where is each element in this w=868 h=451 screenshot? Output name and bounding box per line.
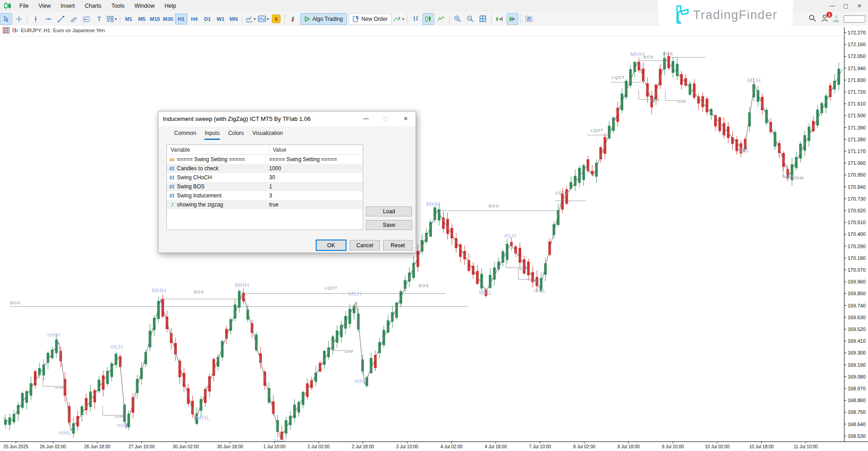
user-account-icon[interactable]: 1 [821, 14, 829, 24]
shapes-dropdown-icon[interactable]: ▾ [115, 17, 117, 21]
tile-windows-button[interactable] [477, 13, 489, 25]
price-axis[interactable]: 172.270172.160172.050171.940171.830171.7… [844, 26, 868, 451]
shapes-tool-button[interactable]: ▾ [106, 13, 118, 25]
param-row[interactable]: ⤴showing the zigzagtrue [167, 200, 363, 209]
menu-item-insert[interactable]: Insert [56, 1, 80, 11]
menu-item-help[interactable]: Help [160, 1, 181, 11]
toolbar-separator [27, 14, 28, 24]
ok-button[interactable]: OK [316, 240, 346, 250]
menu-item-tools[interactable]: Tools [106, 1, 129, 11]
indicator-window-dropdown-icon[interactable]: ▾ [267, 17, 269, 21]
new-order-button[interactable]: New Order [349, 13, 392, 25]
dialog-tab-inputs[interactable]: Inputs [204, 129, 220, 140]
zoom-in-button[interactable] [452, 13, 464, 25]
svg-text:1 Jul 10:00: 1 Jul 10:00 [263, 444, 285, 449]
svg-text:7 Jul 10:00: 7 Jul 10:00 [529, 444, 551, 449]
timeframe-button-m5[interactable]: M5 [136, 14, 148, 24]
chart-window-icon [12, 27, 19, 34]
dialog-tab-visualization[interactable]: Visualization [252, 129, 283, 140]
save-button[interactable]: Save [366, 220, 412, 230]
dollar-symbols-button[interactable]: $ [270, 13, 282, 25]
param-value[interactable]: 1000 [265, 164, 363, 173]
timeframe-button-w1[interactable]: W1 [214, 14, 227, 24]
param-name: showing the zigzag [177, 202, 265, 208]
indicators-dropdown-icon[interactable]: ▾ [402, 17, 404, 21]
dialog-title-bar[interactable]: Inducement sweep (with ZigZag) ICT MT5 B… [158, 111, 416, 126]
horizontal-line-tool-button[interactable] [43, 13, 54, 25]
chart-object-list-button[interactable]: ▾ [245, 13, 256, 25]
auto-scroll-button[interactable] [494, 13, 506, 25]
indicator-window-button[interactable]: ▾ [257, 13, 270, 25]
buy-sell-arrows-button[interactable] [287, 13, 299, 25]
timeframe-button-h1[interactable]: H1 [175, 14, 187, 24]
param-row[interactable]: 01Candles to check1000 [167, 164, 363, 173]
timeframe-button-h4[interactable]: H4 [188, 14, 200, 24]
line-chart-mode-button[interactable] [435, 13, 447, 25]
timeframe-button-m30[interactable]: M30 [162, 14, 174, 24]
window-maximize-button[interactable]: ▢ [839, 3, 853, 9]
menu-item-charts[interactable]: Charts [80, 1, 106, 11]
notification-badge: 1 [826, 12, 832, 18]
param-value[interactable]: ===== Swing Setting ===== [265, 155, 363, 164]
search-icon[interactable] [809, 14, 816, 24]
bar-chart-mode-button[interactable] [410, 13, 422, 25]
param-name: Swing Inducement [177, 192, 265, 199]
timeframe-button-d1[interactable]: D1 [201, 14, 213, 24]
menu-item-window[interactable]: Window [129, 1, 159, 11]
parameters-table[interactable]: Variable Value ab===== Swing Setting ===… [166, 144, 363, 230]
svg-text:26 Jun 02:00: 26 Jun 02:00 [40, 444, 66, 449]
param-row[interactable]: ab===== Swing Setting ========== Swing S… [167, 155, 363, 164]
load-button[interactable]: Load [366, 206, 412, 216]
equidistant-lines-tool-button[interactable] [81, 13, 92, 25]
price-chart[interactable]: mHHmHLmLHmHLMHHMHLMHHMLHmHLMHLMHHMHLmLHm… [0, 26, 868, 451]
algo-trading-button[interactable]: Algo Trading [300, 13, 347, 25]
timeframe-button-m15[interactable]: M15 [149, 14, 161, 24]
channel-tool-button[interactable] [68, 13, 80, 25]
param-value[interactable]: true [265, 200, 363, 209]
vertical-line-tool-button[interactable] [30, 13, 42, 25]
screenshot-button[interactable] [523, 13, 535, 25]
svg-text:mHL: mHL [355, 378, 367, 384]
window-close-button[interactable]: ✕ [853, 3, 866, 9]
dialog-maximize-button[interactable]: ▢ [376, 111, 396, 126]
trendline-tool-button[interactable] [55, 13, 67, 25]
dialog-resize-grip[interactable]: ⋰ [410, 247, 415, 252]
param-value[interactable]: 30 [265, 173, 363, 182]
timeframe-button-m1[interactable]: M1 [123, 14, 135, 24]
reset-button[interactable]: Reset [383, 240, 413, 250]
param-row[interactable]: 01Swing BOS1 [167, 182, 363, 191]
chart-symbol-tab[interactable]: EURJPY, H1: Euro vs Japanese Yen [3, 27, 105, 34]
level-indicator[interactable]: ⇧ LVL [833, 15, 839, 23]
toolbar-right-cluster: 1 ⇧ LVL [809, 12, 865, 26]
svg-text:BOS: BOS [663, 51, 673, 56]
timeframe-button-mn[interactable]: MN [228, 14, 240, 24]
menu-item-file[interactable]: File [14, 1, 33, 11]
window-minimize-button[interactable]: — [825, 3, 839, 9]
zoom-out-button[interactable] [465, 13, 476, 25]
svg-text:8 Jul 18:00: 8 Jul 18:00 [617, 444, 640, 449]
param-name: ===== Swing Setting ===== [177, 156, 265, 163]
candlestick-mode-button[interactable] [422, 13, 434, 25]
time-axis[interactable]: 25 Jun 202526 Jun 02:0026 Jun 18:0027 Ju… [0, 441, 868, 451]
svg-text:10 Jul 02:00: 10 Jul 02:00 [705, 444, 730, 449]
play-icon [304, 16, 310, 22]
param-row[interactable]: 01Swing CHoCH30 [167, 173, 363, 182]
svg-text:mLH: mLH [111, 344, 123, 350]
param-value[interactable]: 3 [265, 191, 363, 200]
menu-item-view[interactable]: View [33, 1, 56, 11]
dialog-window-controls: — ▢ ✕ [356, 111, 416, 126]
indicators-button[interactable]: ▾ [393, 13, 405, 25]
crosshair-tool-button[interactable] [13, 13, 25, 25]
dialog-tab-colors[interactable]: Colors [228, 129, 244, 140]
param-value[interactable]: 1 [265, 182, 363, 191]
param-row[interactable]: 01Swing Inducement3 [167, 191, 363, 200]
cancel-button[interactable]: Cancel [350, 240, 380, 250]
text-tool-button[interactable]: T [93, 13, 105, 25]
dialog-tab-common[interactable]: Common [174, 129, 197, 140]
object-list-dropdown-icon[interactable]: ▾ [254, 17, 256, 21]
dialog-tabs: CommonInputsColorsVisualization [174, 129, 283, 140]
dialog-minimize-button[interactable]: — [356, 111, 376, 126]
cursor-tool-button[interactable] [0, 13, 12, 25]
chart-shift-button[interactable] [507, 13, 518, 25]
dialog-close-button[interactable]: ✕ [396, 111, 416, 126]
